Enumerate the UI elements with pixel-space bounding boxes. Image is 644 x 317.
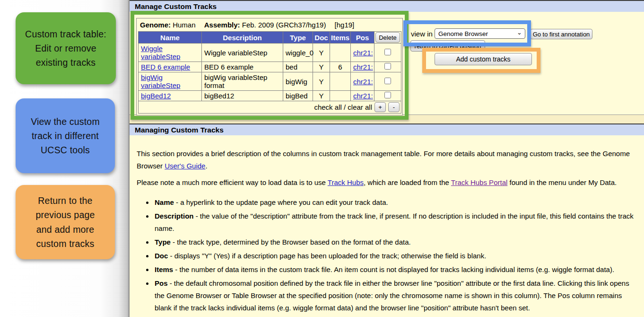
p1-text: This section provides a brief descriptio…	[137, 150, 630, 170]
list-item-description: Description - the value of the "descript…	[142, 210, 636, 235]
term-pos: Pos	[155, 279, 168, 287]
section2-title: Managing Custom Tracks	[135, 126, 224, 134]
section-header-manage-custom-tracks: Manage Custom Tracks	[130, 0, 644, 12]
list-item-type: Type - the track type, determined by the…	[142, 236, 636, 248]
term-type: Type	[155, 238, 171, 246]
section-header-managing-custom-tracks: Managing Custom Tracks	[130, 123, 644, 135]
go-to-first-annotation-button[interactable]: Go to first annotation	[530, 29, 592, 39]
p1-period: .	[205, 162, 207, 170]
term-name-desc: - a hyperlink to the update page where y…	[174, 198, 388, 206]
add-custom-tracks-button[interactable]: Add custom tracks	[435, 53, 532, 65]
callout-custom-track-table: Custom track table: Edit or remove exist…	[16, 12, 116, 84]
callout-green-text: Custom track table: Edit or remove exist…	[20, 27, 111, 70]
term-items-desc: - the number of data items in the custom…	[173, 265, 614, 273]
term-doc-desc: - displays "Y" (Yes) if a description pa…	[168, 252, 486, 260]
callout-return-previous: Return to the previous page and add more…	[16, 185, 115, 259]
column-description-list: Name - a hyperlink to the update page wh…	[142, 196, 636, 314]
callout-blue-text: View the custom track in different UCSC …	[20, 114, 110, 158]
p2-text-3: found in the menu under My Data.	[507, 178, 617, 186]
list-item-items: Items - the number of data items in the …	[142, 264, 636, 276]
track-hubs-portal-link[interactable]: Track Hubs Portal	[451, 178, 507, 186]
term-name: Name	[155, 198, 174, 206]
annotation-outline-track-table	[131, 11, 409, 120]
users-guide-link[interactable]: User's Guide	[165, 162, 205, 170]
managing-custom-tracks-body: This section provides a brief descriptio…	[130, 135, 644, 315]
term-items: Items	[155, 265, 173, 273]
term-description: Description	[155, 212, 194, 220]
description-paragraph: This section provides a brief descriptio…	[137, 148, 636, 172]
term-doc: Doc	[155, 252, 168, 260]
section1-title: Manage Custom Tracks	[135, 2, 217, 11]
term-description-desc: - the value of the "description" attribu…	[155, 212, 634, 232]
callout-orange-text: Return to the previous page and add more…	[29, 194, 102, 251]
track-hubs-paragraph: Please note a much more efficient way to…	[137, 176, 636, 189]
callout-view-tools: View the custom track in different UCSC …	[16, 98, 115, 173]
list-item-name: Name - a hyperlink to the update page wh…	[142, 196, 636, 209]
page: Custom track table: Edit or remove exist…	[0, 0, 644, 317]
p2-text-1: Please note a much more efficient way to…	[137, 178, 328, 186]
left-margin-background: Custom track table: Edit or remove exist…	[0, 0, 129, 317]
term-pos-desc: - the default chromosomal position defin…	[155, 279, 629, 312]
p2-text-2: , which are loaded from the	[364, 178, 451, 186]
annotation-outline-view-in	[403, 20, 531, 46]
list-item-pos: Pos - the default chromosomal position d…	[142, 277, 636, 314]
term-type-desc: - the track type, determined by the Brow…	[171, 238, 411, 246]
list-item-doc: Doc - displays "Y" (Yes) if a descriptio…	[142, 250, 636, 262]
track-hubs-link[interactable]: Track Hubs	[328, 178, 364, 186]
